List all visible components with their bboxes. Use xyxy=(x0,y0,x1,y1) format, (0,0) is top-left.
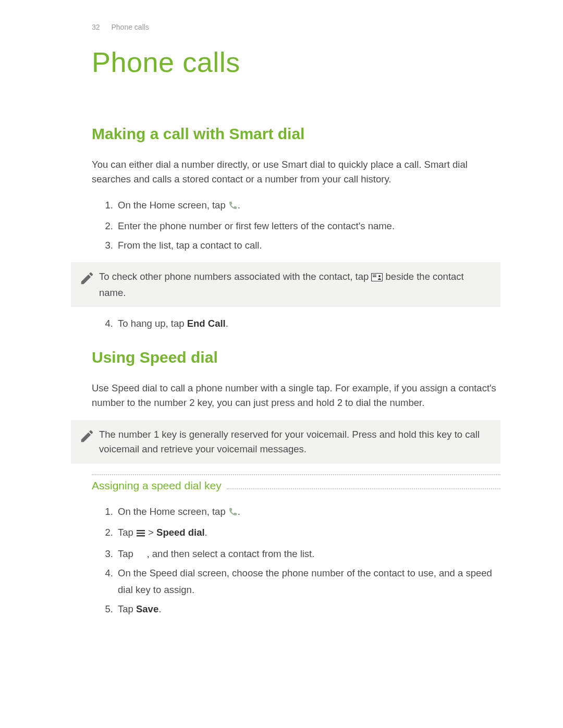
step-item: On the Home screen, tap . xyxy=(116,197,500,215)
page-title: Phone calls xyxy=(92,46,500,78)
section1-steps: On the Home screen, tap . Enter the phon… xyxy=(92,197,500,254)
running-header: 32 Phone calls xyxy=(92,23,500,31)
phone-icon xyxy=(228,199,238,215)
subheading-block: Assigning a speed dial key xyxy=(92,474,500,492)
step-text: On the Home screen, tap xyxy=(118,506,228,517)
step-item: Enter the phone number or first few lett… xyxy=(116,218,500,234)
svg-rect-1 xyxy=(373,275,376,276)
menu-icon xyxy=(136,526,145,542)
step-item: Tap > Speed dial. xyxy=(116,524,500,542)
svg-rect-6 xyxy=(137,535,145,536)
note-text-part: To check other phone numbers associated … xyxy=(99,271,371,282)
section1-steps-cont: To hang up, tap End Call. xyxy=(92,315,500,331)
step-item: On the Home screen, tap . xyxy=(116,503,500,521)
step-item: Tap , and then select a contact from the… xyxy=(116,546,500,562)
ui-label-end-call: End Call xyxy=(187,318,226,329)
dotted-rule xyxy=(92,474,500,475)
step-text: , and then select a contact from the lis… xyxy=(147,548,315,559)
section-heading-smart-dial: Making a call with Smart dial xyxy=(92,125,500,143)
subheading-assigning: Assigning a speed dial key xyxy=(92,479,227,492)
step-text: . xyxy=(238,506,240,517)
svg-rect-2 xyxy=(373,276,376,277)
svg-rect-5 xyxy=(137,533,145,534)
step-text: Tap xyxy=(118,527,136,538)
note-text: The number 1 key is generally reserved f… xyxy=(99,427,491,456)
step-item: From the list, tap a contact to call. xyxy=(116,237,500,253)
contact-card-icon xyxy=(371,271,383,286)
note-box: The number 1 key is generally reserved f… xyxy=(71,420,500,464)
note-box: To check other phone numbers associated … xyxy=(71,262,500,307)
svg-rect-0 xyxy=(372,273,383,281)
page-number: 32 xyxy=(92,23,100,31)
section2-steps: On the Home screen, tap . Tap > Speed di… xyxy=(92,503,500,618)
step-item: To hang up, tap End Call. xyxy=(116,315,500,331)
step-text: On the Home screen, tap xyxy=(118,200,228,211)
section1-intro: You can either dial a number directly, o… xyxy=(92,157,500,187)
step-text: > xyxy=(145,527,156,538)
pencil-icon xyxy=(75,427,99,444)
step-text: Tap xyxy=(118,603,136,614)
section2-intro: Use Speed dial to call a phone number wi… xyxy=(92,381,500,410)
step-text: . xyxy=(226,318,228,329)
dotted-rule xyxy=(227,483,500,489)
step-text: To hang up, tap xyxy=(118,318,187,329)
step-item: Tap Save. xyxy=(116,601,500,617)
ui-label-save: Save xyxy=(136,603,158,614)
step-text: Tap xyxy=(118,548,136,559)
step-item: On the Speed dial screen, choose the pho… xyxy=(116,565,500,598)
manual-page: 32 Phone calls Phone calls Making a call… xyxy=(0,0,563,728)
step-text: . xyxy=(158,603,161,614)
step-text: . xyxy=(205,527,207,538)
phone-icon xyxy=(228,505,238,521)
svg-rect-4 xyxy=(137,530,145,531)
pencil-icon xyxy=(75,269,99,286)
ui-label-speed-dial: Speed dial xyxy=(156,527,205,538)
note-text: To check other phone numbers associated … xyxy=(99,269,491,300)
section-heading-speed-dial: Using Speed dial xyxy=(92,349,500,366)
step-text: . xyxy=(238,200,240,211)
svg-point-3 xyxy=(378,275,381,277)
chapter-name: Phone calls xyxy=(111,23,149,31)
